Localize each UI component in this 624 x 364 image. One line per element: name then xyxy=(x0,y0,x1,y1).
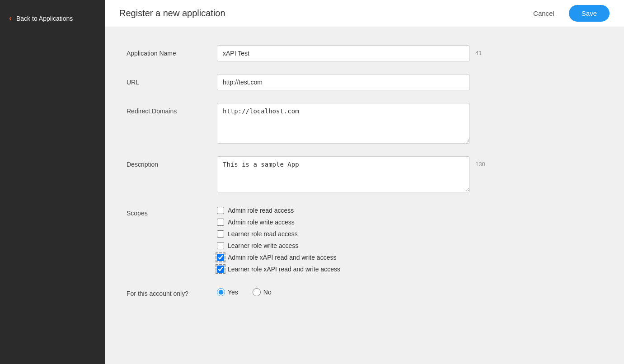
back-to-applications-link[interactable]: ‹ Back to Applications xyxy=(0,9,105,28)
sidebar: ‹ Back to Applications xyxy=(0,0,105,364)
app-name-row: Application Name 41 xyxy=(127,45,602,61)
redirect-label: Redirect Domains xyxy=(127,103,217,115)
radio-no-input[interactable] xyxy=(253,288,261,296)
url-wrap xyxy=(217,74,602,90)
scope-label-scope6[interactable]: Learner role xAPI read and write access xyxy=(228,266,340,273)
app-name-label: Application Name xyxy=(127,45,217,57)
page-header: Register a new application Cancel Save xyxy=(105,0,624,27)
scope-item: Learner role xAPI read and write access xyxy=(217,266,340,273)
radio-yes-input[interactable] xyxy=(217,288,225,296)
account-only-label: For this account only? xyxy=(127,285,217,297)
radio-no-text: No xyxy=(263,289,272,296)
scope-checkbox-scope3[interactable] xyxy=(217,230,224,238)
main-content: Register a new application Cancel Save A… xyxy=(105,0,624,364)
redirect-domains-input[interactable] xyxy=(217,103,470,144)
description-wrap: 130 xyxy=(217,156,602,192)
form-area: Application Name 41 URL Redirect Domains… xyxy=(105,27,624,328)
scope-item: Admin role write access xyxy=(217,219,340,226)
scope-checkbox-scope1[interactable] xyxy=(217,207,224,214)
redirect-wrap xyxy=(217,103,602,144)
radio-no-label[interactable]: No xyxy=(253,288,272,296)
scope-label-scope2[interactable]: Admin role write access xyxy=(228,219,295,226)
back-link-label: Back to Applications xyxy=(16,15,73,22)
scope-label-scope1[interactable]: Admin role read access xyxy=(228,207,294,214)
page-title: Register a new application xyxy=(119,8,225,19)
app-name-char-count: 41 xyxy=(475,45,482,56)
scope-checkbox-scope4[interactable] xyxy=(217,242,224,249)
scopes-row: Scopes Admin role read accessAdmin role … xyxy=(127,205,602,273)
scopes-label: Scopes xyxy=(127,205,217,217)
scope-label-scope4[interactable]: Learner role write access xyxy=(228,242,298,249)
radio-yes-text: Yes xyxy=(228,289,238,296)
scope-label-scope3[interactable]: Learner role read access xyxy=(228,230,298,238)
scope-item: Admin role read access xyxy=(217,207,340,214)
save-button[interactable]: Save xyxy=(569,5,610,22)
scope-checkbox-scope5[interactable] xyxy=(217,254,224,261)
description-input[interactable] xyxy=(217,156,470,192)
scope-checkbox-scope2[interactable] xyxy=(217,219,224,226)
scope-item: Learner role read access xyxy=(217,230,340,238)
scope-checkbox-scope6[interactable] xyxy=(217,266,224,273)
cancel-button[interactable]: Cancel xyxy=(526,6,562,21)
radio-yes-label[interactable]: Yes xyxy=(217,288,238,296)
scopes-wrap: Admin role read accessAdmin role write a… xyxy=(217,205,340,273)
redirect-domains-row: Redirect Domains xyxy=(127,103,602,144)
account-only-row: For this account only? Yes No xyxy=(127,285,602,297)
description-char-count: 130 xyxy=(475,156,485,168)
url-label: URL xyxy=(127,74,217,86)
scope-item: Learner role write access xyxy=(217,242,340,249)
scope-item: Admin role xAPI read and write access xyxy=(217,254,340,261)
description-label: Description xyxy=(127,156,217,168)
url-row: URL xyxy=(127,74,602,90)
url-input[interactable] xyxy=(217,74,470,90)
back-arrow-icon: ‹ xyxy=(9,14,12,23)
radio-wrap: Yes No xyxy=(217,285,272,296)
scope-label-scope5[interactable]: Admin role xAPI read and write access xyxy=(228,254,336,261)
app-name-input[interactable] xyxy=(217,45,470,61)
description-row: Description 130 xyxy=(127,156,602,192)
header-actions: Cancel Save xyxy=(526,5,610,22)
app-name-wrap: 41 xyxy=(217,45,602,61)
